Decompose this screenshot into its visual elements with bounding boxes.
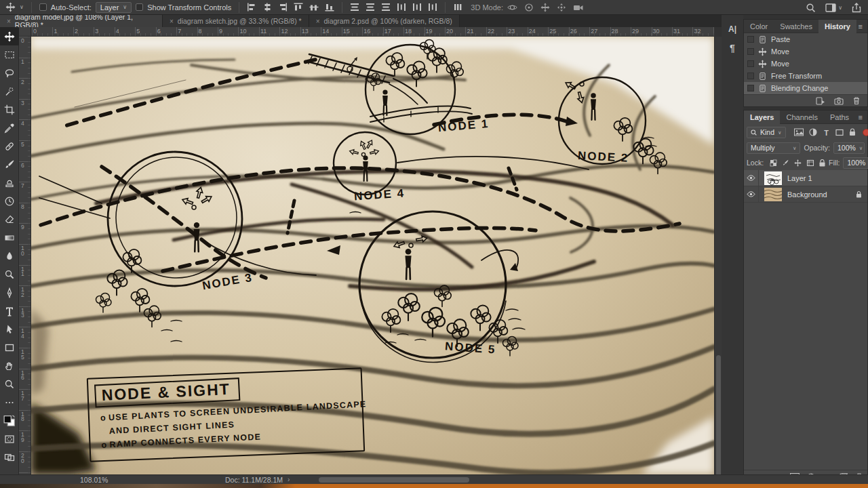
- path-selection-tool[interactable]: [0, 320, 19, 338]
- lock-transparent-pixels-icon[interactable]: [770, 159, 777, 167]
- align-top-edges-icon[interactable]: [294, 3, 303, 12]
- tool-preset-chevron-icon[interactable]: ∨: [20, 4, 24, 10]
- distribute-spacing-icon[interactable]: [453, 3, 462, 12]
- blur-tool[interactable]: [0, 247, 19, 265]
- close-icon[interactable]: ×: [316, 18, 320, 25]
- distribute-right-edges-icon[interactable]: [428, 3, 437, 12]
- visibility-eye-icon[interactable]: [744, 170, 759, 186]
- close-icon[interactable]: ×: [170, 18, 174, 25]
- filter-kind-dropdown[interactable]: Kind ∨: [747, 127, 786, 138]
- align-vertical-centers-icon[interactable]: [309, 3, 319, 12]
- auto-select-dropdown[interactable]: Layer ∨: [96, 2, 132, 13]
- history-brush-source-box[interactable]: [747, 36, 754, 43]
- rectangle-tool[interactable]: [0, 338, 19, 357]
- 3d-slide-icon[interactable]: [557, 3, 566, 12]
- tab-color[interactable]: Color: [744, 20, 774, 33]
- layer1-thumbnail[interactable]: [764, 171, 782, 185]
- history-brush-source-box[interactable]: [747, 73, 754, 79]
- layer-row-background[interactable]: Background: [744, 186, 867, 203]
- canvas[interactable]: NODE 1NODE 2NODE 3NODE 4NODE 5 NODE & SI…: [31, 37, 714, 474]
- quick-selection-tool[interactable]: [0, 82, 19, 100]
- tab-paths[interactable]: Paths: [824, 110, 855, 124]
- panel-menu-icon[interactable]: ≡: [859, 113, 863, 121]
- history-brush-source-box[interactable]: [747, 60, 754, 67]
- panel-menu-icon[interactable]: ≡: [859, 22, 863, 30]
- workspace-switcher[interactable]: ∨: [825, 3, 842, 12]
- filter-pixel-layers-icon[interactable]: [794, 128, 804, 136]
- document-tab[interactable]: ×diagram 2.psd @ 100% (darken, RGB/8): [309, 15, 460, 27]
- eraser-tool[interactable]: [0, 210, 19, 228]
- horizontal-scrollbar-thumb[interactable]: [319, 477, 469, 483]
- lock-position-icon[interactable]: [794, 159, 802, 167]
- history-state-row[interactable]: Free Transform: [744, 70, 867, 82]
- align-left-edges-icon[interactable]: [247, 3, 256, 12]
- pen-tool[interactable]: [0, 283, 19, 302]
- fill-field[interactable]: 100% ∨: [843, 157, 868, 169]
- edit-toolbar[interactable]: [0, 393, 19, 411]
- align-bottom-edges-icon[interactable]: [325, 3, 334, 12]
- show-transform-checkbox[interactable]: [136, 3, 143, 11]
- zoom-tool[interactable]: [0, 375, 19, 393]
- delete-trash-icon[interactable]: [852, 96, 861, 105]
- history-brush-tool[interactable]: [0, 192, 19, 210]
- type-tool[interactable]: [0, 302, 19, 320]
- eyedropper-tool[interactable]: [0, 119, 19, 137]
- history-state-row[interactable]: Paste: [744, 33, 867, 45]
- distribute-left-edges-icon[interactable]: [397, 3, 406, 12]
- paragraph-panel-button[interactable]: ¶: [724, 41, 741, 56]
- gradient-tool[interactable]: [0, 228, 19, 247]
- status-chevron-icon[interactable]: ›: [288, 476, 290, 483]
- distribute-horizontal-centers-icon[interactable]: [412, 3, 422, 12]
- move-tool-icon[interactable]: [5, 2, 16, 12]
- brush-tool[interactable]: [0, 155, 19, 174]
- new-snapshot-camera-icon[interactable]: [834, 97, 844, 105]
- opacity-field[interactable]: 100% ∨: [833, 142, 865, 154]
- background-thumbnail[interactable]: [764, 188, 782, 201]
- auto-select-checkbox[interactable]: [39, 3, 47, 11]
- color-swatches[interactable]: [0, 411, 19, 430]
- filter-toggle-icon[interactable]: [863, 129, 868, 136]
- character-panel-button[interactable]: A|: [724, 22, 741, 37]
- lock-all-icon[interactable]: [819, 159, 825, 167]
- distribute-top-edges-icon[interactable]: [350, 3, 359, 12]
- visibility-eye-icon[interactable]: [744, 186, 759, 202]
- align-horizontal-centers-icon[interactable]: [262, 3, 272, 12]
- crop-tool[interactable]: [0, 100, 19, 119]
- zoom-level-field[interactable]: 108.01%: [80, 476, 108, 484]
- history-brush-source-box[interactable]: [747, 48, 754, 55]
- rectangular-marquee-tool[interactable]: [0, 45, 19, 64]
- history-state-row[interactable]: Move: [744, 45, 867, 58]
- 3d-pan-icon[interactable]: [540, 3, 550, 12]
- vertical-scrollbar-thumb[interactable]: [716, 355, 721, 488]
- lock-image-pixels-icon[interactable]: [782, 159, 789, 167]
- hand-tool[interactable]: [0, 357, 19, 375]
- tab-channels[interactable]: Channels: [780, 110, 823, 124]
- tab-swatches[interactable]: Swatches: [774, 20, 818, 33]
- layer-row-layer1[interactable]: Layer 1: [744, 170, 867, 186]
- move-tool[interactable]: [0, 27, 19, 45]
- filter-adjustment-layers-icon[interactable]: [809, 128, 817, 136]
- filter-smart-objects-icon[interactable]: [849, 128, 856, 136]
- vertical-ruler[interactable]: 01234567891 01 11 21 31 41 51 61 71 81 9…: [19, 37, 31, 474]
- filter-shape-layers-icon[interactable]: [835, 129, 844, 136]
- search-icon[interactable]: [806, 3, 816, 13]
- document-tab[interactable]: ×diagram sketch.jpg @ 33.3% (RGB/8) *: [163, 15, 309, 27]
- new-document-from-state-icon[interactable]: [816, 96, 825, 105]
- history-state-row[interactable]: Move: [744, 58, 867, 70]
- document-tab[interactable]: ×diagram model.jpg @ 108% (Layer 1, RGB/…: [0, 15, 163, 27]
- filter-type-layers-icon[interactable]: T: [823, 129, 830, 136]
- tab-layers[interactable]: Layers: [744, 110, 780, 124]
- close-icon[interactable]: ×: [7, 18, 11, 25]
- spot-healing-brush-tool[interactable]: [0, 137, 19, 155]
- align-right-edges-icon[interactable]: [278, 3, 288, 12]
- lock-artboard-icon[interactable]: [806, 159, 814, 167]
- horizontal-ruler[interactable]: 0123456789101112131415161718192021222324…: [31, 27, 714, 37]
- vertical-scrollbar[interactable]: [714, 37, 722, 474]
- 3d-camera-icon[interactable]: [573, 3, 584, 12]
- distribute-vertical-centers-icon[interactable]: [366, 3, 375, 12]
- screen-mode[interactable]: [0, 448, 19, 466]
- 3d-orbit-icon[interactable]: [507, 3, 517, 12]
- 3d-roll-icon[interactable]: [524, 3, 534, 12]
- history-brush-source-box[interactable]: [747, 85, 754, 92]
- share-icon[interactable]: [852, 3, 861, 13]
